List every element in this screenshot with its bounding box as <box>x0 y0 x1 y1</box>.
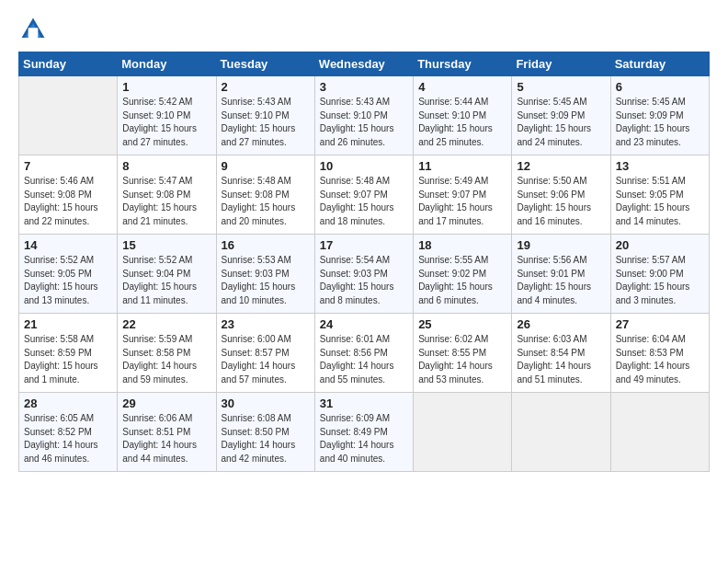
calendar-cell: 20Sunrise: 5:57 AMSunset: 9:00 PMDayligh… <box>610 235 709 314</box>
day-detail: Sunrise: 5:42 AMSunset: 9:10 PMDaylight:… <box>122 96 210 149</box>
day-detail: Sunrise: 5:57 AMSunset: 9:00 PMDaylight:… <box>616 254 704 307</box>
calendar-cell: 13Sunrise: 5:51 AMSunset: 9:05 PMDayligh… <box>610 155 709 235</box>
calendar-cell: 23Sunrise: 6:00 AMSunset: 8:57 PMDayligh… <box>216 314 314 393</box>
weekday-header: Thursday <box>414 52 512 76</box>
calendar-cell: 27Sunrise: 6:04 AMSunset: 8:53 PMDayligh… <box>610 314 709 393</box>
day-detail: Sunrise: 6:00 AMSunset: 8:57 PMDaylight:… <box>222 333 310 386</box>
day-detail: Sunrise: 5:48 AMSunset: 9:08 PMDaylight:… <box>222 175 310 228</box>
day-detail: Sunrise: 5:51 AMSunset: 9:05 PMDaylight:… <box>616 175 704 228</box>
day-number: 14 <box>24 238 112 252</box>
day-number: 20 <box>616 238 704 252</box>
calendar-cell: 9Sunrise: 5:48 AMSunset: 9:08 PMDaylight… <box>216 155 314 235</box>
day-detail: Sunrise: 5:59 AMSunset: 8:58 PMDaylight:… <box>122 333 210 386</box>
day-detail: Sunrise: 5:49 AMSunset: 9:07 PMDaylight:… <box>418 175 506 228</box>
day-detail: Sunrise: 6:03 AMSunset: 8:54 PMDaylight:… <box>517 333 605 386</box>
day-detail: Sunrise: 5:50 AMSunset: 9:06 PMDaylight:… <box>517 175 605 228</box>
day-number: 5 <box>517 80 605 94</box>
svg-rect-2 <box>28 28 39 38</box>
calendar-body: 1Sunrise: 5:42 AMSunset: 9:10 PMDaylight… <box>19 76 710 472</box>
calendar: SundayMondayTuesdayWednesdayThursdayFrid… <box>18 52 710 472</box>
day-number: 18 <box>418 238 506 252</box>
day-detail: Sunrise: 5:56 AMSunset: 9:01 PMDaylight:… <box>517 254 605 307</box>
day-number: 8 <box>122 159 210 173</box>
day-detail: Sunrise: 5:52 AMSunset: 9:05 PMDaylight:… <box>24 254 112 307</box>
calendar-cell: 31Sunrise: 6:09 AMSunset: 8:49 PMDayligh… <box>314 393 413 472</box>
day-number: 28 <box>24 396 112 410</box>
page: SundayMondayTuesdayWednesdayThursdayFrid… <box>0 0 728 563</box>
calendar-cell: 28Sunrise: 6:05 AMSunset: 8:52 PMDayligh… <box>19 393 118 472</box>
calendar-cell: 12Sunrise: 5:50 AMSunset: 9:06 PMDayligh… <box>512 155 610 235</box>
day-detail: Sunrise: 5:53 AMSunset: 9:03 PMDaylight:… <box>222 254 310 307</box>
day-number: 1 <box>122 80 210 94</box>
day-number: 27 <box>616 317 704 331</box>
day-detail: Sunrise: 5:46 AMSunset: 9:08 PMDaylight:… <box>24 175 112 228</box>
day-number: 7 <box>24 159 112 173</box>
weekday-header: Sunday <box>19 52 118 76</box>
day-detail: Sunrise: 5:45 AMSunset: 9:09 PMDaylight:… <box>616 96 704 149</box>
calendar-cell: 29Sunrise: 6:06 AMSunset: 8:51 PMDayligh… <box>118 393 216 472</box>
calendar-header: SundayMondayTuesdayWednesdayThursdayFrid… <box>19 52 710 76</box>
calendar-cell <box>610 393 709 472</box>
day-detail: Sunrise: 6:05 AMSunset: 8:52 PMDaylight:… <box>24 412 112 465</box>
day-number: 9 <box>222 159 310 173</box>
day-number: 4 <box>418 80 506 94</box>
day-detail: Sunrise: 6:02 AMSunset: 8:55 PMDaylight:… <box>418 333 506 386</box>
weekday-header: Wednesday <box>314 52 413 76</box>
day-detail: Sunrise: 6:01 AMSunset: 8:56 PMDaylight:… <box>320 333 408 386</box>
calendar-cell: 7Sunrise: 5:46 AMSunset: 9:08 PMDaylight… <box>19 155 118 235</box>
calendar-cell: 17Sunrise: 5:54 AMSunset: 9:03 PMDayligh… <box>314 235 413 314</box>
day-number: 19 <box>517 238 605 252</box>
calendar-cell <box>512 393 610 472</box>
day-detail: Sunrise: 5:47 AMSunset: 9:08 PMDaylight:… <box>122 175 210 228</box>
day-detail: Sunrise: 5:54 AMSunset: 9:03 PMDaylight:… <box>320 254 408 307</box>
day-number: 6 <box>616 80 704 94</box>
calendar-cell: 1Sunrise: 5:42 AMSunset: 9:10 PMDaylight… <box>118 76 216 155</box>
day-number: 10 <box>320 159 408 173</box>
day-detail: Sunrise: 5:52 AMSunset: 9:04 PMDaylight:… <box>122 254 210 307</box>
day-number: 3 <box>320 80 408 94</box>
day-number: 22 <box>122 317 210 331</box>
day-detail: Sunrise: 6:09 AMSunset: 8:49 PMDaylight:… <box>320 412 408 465</box>
day-detail: Sunrise: 5:43 AMSunset: 9:10 PMDaylight:… <box>320 96 408 149</box>
day-detail: Sunrise: 5:45 AMSunset: 9:09 PMDaylight:… <box>517 96 605 149</box>
day-number: 24 <box>320 317 408 331</box>
day-detail: Sunrise: 5:43 AMSunset: 9:10 PMDaylight:… <box>222 96 310 149</box>
day-number: 16 <box>222 238 310 252</box>
calendar-cell: 26Sunrise: 6:03 AMSunset: 8:54 PMDayligh… <box>512 314 610 393</box>
calendar-cell: 5Sunrise: 5:45 AMSunset: 9:09 PMDaylight… <box>512 76 610 155</box>
day-number: 29 <box>122 396 210 410</box>
weekday-header: Monday <box>118 52 216 76</box>
calendar-cell <box>414 393 512 472</box>
weekday-header: Saturday <box>610 52 709 76</box>
day-number: 26 <box>517 317 605 331</box>
day-number: 15 <box>122 238 210 252</box>
day-number: 12 <box>517 159 605 173</box>
day-number: 31 <box>320 396 408 410</box>
calendar-cell: 8Sunrise: 5:47 AMSunset: 9:08 PMDaylight… <box>118 155 216 235</box>
calendar-cell: 10Sunrise: 5:48 AMSunset: 9:07 PMDayligh… <box>314 155 413 235</box>
calendar-cell: 14Sunrise: 5:52 AMSunset: 9:05 PMDayligh… <box>19 235 118 314</box>
calendar-cell: 4Sunrise: 5:44 AMSunset: 9:10 PMDaylight… <box>414 76 512 155</box>
weekday-header: Tuesday <box>216 52 314 76</box>
calendar-cell: 11Sunrise: 5:49 AMSunset: 9:07 PMDayligh… <box>414 155 512 235</box>
calendar-cell: 21Sunrise: 5:58 AMSunset: 8:59 PMDayligh… <box>19 314 118 393</box>
calendar-cell: 3Sunrise: 5:43 AMSunset: 9:10 PMDaylight… <box>314 76 413 155</box>
day-number: 23 <box>222 317 310 331</box>
day-number: 25 <box>418 317 506 331</box>
calendar-cell: 18Sunrise: 5:55 AMSunset: 9:02 PMDayligh… <box>414 235 512 314</box>
logo <box>18 15 51 44</box>
calendar-cell: 25Sunrise: 6:02 AMSunset: 8:55 PMDayligh… <box>414 314 512 393</box>
calendar-cell: 6Sunrise: 5:45 AMSunset: 9:09 PMDaylight… <box>610 76 709 155</box>
calendar-cell <box>19 76 118 155</box>
day-number: 2 <box>222 80 310 94</box>
logo-icon <box>18 15 48 44</box>
day-detail: Sunrise: 6:06 AMSunset: 8:51 PMDaylight:… <box>122 412 210 465</box>
header <box>18 15 710 44</box>
day-number: 21 <box>24 317 112 331</box>
weekday-header: Friday <box>512 52 610 76</box>
day-detail: Sunrise: 6:08 AMSunset: 8:50 PMDaylight:… <box>222 412 310 465</box>
day-detail: Sunrise: 5:58 AMSunset: 8:59 PMDaylight:… <box>24 333 112 386</box>
calendar-cell: 15Sunrise: 5:52 AMSunset: 9:04 PMDayligh… <box>118 235 216 314</box>
calendar-cell: 24Sunrise: 6:01 AMSunset: 8:56 PMDayligh… <box>314 314 413 393</box>
day-number: 30 <box>222 396 310 410</box>
